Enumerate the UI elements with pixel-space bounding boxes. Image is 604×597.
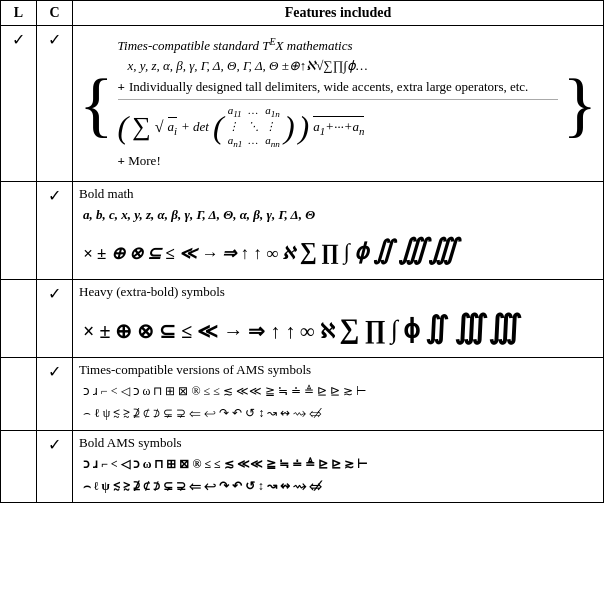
feature-cell-row5: Bold AMS symbols ɔ ɹ ⌐ < ◁ ͻ ω ⊓ ⊞ ⊠ ® ≤…	[73, 430, 604, 503]
table-row: ✓ Bold math a, b, c, x, y, z, α, β, γ, Γ…	[1, 182, 604, 280]
table-header: L C Features included	[1, 1, 604, 26]
delimiter-desc: Individually designed tall delimiters, w…	[129, 79, 528, 95]
big-math-row: ( ∑ √ ai + det ( a11	[118, 104, 559, 149]
left-brace: {	[79, 32, 114, 175]
check-c-row4: ✓	[37, 357, 73, 430]
m-dots2: …	[248, 134, 259, 149]
brace-content: Times-compatible standard TEX mathematic…	[114, 32, 563, 175]
m-vdots1: ⋮	[228, 120, 243, 133]
bold-math-line2: × ± ⊕ ⊗ ⊆ ≤ ≪ → ⇒ ↑ ↑ ∞ ℵ ∑ ∏ ∫ ϕ ∬ ∭∭	[83, 228, 597, 273]
tex-math-line1: Times-compatible standard TEX mathematic…	[118, 36, 559, 54]
check-l-row5	[1, 430, 37, 503]
header-l: L	[1, 1, 37, 26]
table-row: ✓ Heavy (extra-bold) symbols × ± ⊕ ⊗ ⊆ ≤…	[1, 279, 604, 357]
matrix-grid: a11 … a1n ⋮ ⋱ ⋮ an1 … ann	[228, 104, 280, 149]
heavy-math-line: × ± ⊕ ⊗ ⊆ ≤ ≪ → ⇒ ↑ ↑ ∞ ℵ ∑ ∏ ∫ ϕ ∬ ∭∭	[83, 303, 597, 351]
m-dots1: …	[248, 104, 259, 119]
check-l-row3	[1, 279, 37, 357]
table-row: ✓ Times-compatible versions of AMS symbo…	[1, 357, 604, 430]
big-math-expr: ( ∑ √ ai + det ( a11	[118, 104, 365, 149]
plus-sign: +	[118, 79, 125, 95]
feature-cell-row3: Heavy (extra-bold) symbols × ± ⊕ ⊗ ⊆ ≤ ≪…	[73, 279, 604, 357]
table-row: ✓ ✓ { Times-compatible standard TEX math…	[1, 26, 604, 182]
plus-delimiter-line: + Individually designed tall delimiters,…	[118, 79, 559, 95]
check-c-row3: ✓	[37, 279, 73, 357]
feature-title-row3: Heavy (extra-bold) symbols	[79, 284, 597, 300]
m11: a11	[228, 104, 243, 119]
sqrt-content: ai	[168, 117, 178, 137]
bold-ams-line1: ɔ ɹ ⌐ < ◁ ͻ ω ⊓ ⊞ ⊠ ® ≤ ≤ ≲ ≪≪ ≧ ≒ ≐ ≜ ⊵…	[83, 454, 597, 474]
check-l-row4	[1, 357, 37, 430]
m-ddots: ⋱	[248, 120, 259, 133]
table-row: ✓ Bold AMS symbols ɔ ɹ ⌐ < ◁ ͻ ω ⊓ ⊞ ⊠ ®…	[1, 430, 604, 503]
check-c-row5: ✓	[37, 430, 73, 503]
left-paren: (	[118, 111, 129, 143]
more-label: + More!	[118, 153, 559, 169]
math-symbols-line: x, y, z, α, β, γ, Γ, Δ, Θ, Γ, Δ, Θ ±⊕↑ℵ√…	[128, 56, 559, 76]
check-l-row1: ✓	[1, 26, 37, 182]
right-brace: }	[562, 32, 597, 175]
overbrace-expr: a1+···+an	[313, 116, 364, 137]
feature-cell-row2: Bold math a, b, c, x, y, z, α, β, γ, Γ, …	[73, 182, 604, 280]
sqrt-symbol: √	[155, 118, 164, 136]
matrix-left-paren: (	[213, 111, 224, 143]
plus-det: + det	[181, 119, 209, 135]
ams-line2: ⌢ ℓ ψ ≲ ≳ ⊉ ⊄ ⊅ ⊊ ⊋ ⇐ ↩ ↷ ↶ ↺ ↕ ↝ ↭ ⇝ ⇎	[83, 403, 597, 423]
feature-title-row5: Bold AMS symbols	[79, 435, 597, 451]
header-features: Features included	[73, 1, 604, 26]
check-c-row1: ✓	[37, 26, 73, 182]
header-c: C	[37, 1, 73, 26]
feature-title-row4: Times-compatible versions of AMS symbols	[79, 362, 597, 378]
ams-line1: ɔ ɹ ⌐ < ◁ ͻ ω ⊓ ⊞ ⊠ ® ≤ ≤ ≲ ≪≪ ≧ ≒ ≐ ≜ ⊵…	[83, 381, 597, 401]
right-paren: )	[299, 111, 310, 143]
bold-math-line1: a, b, c, x, y, z, α, β, γ, Γ, Δ, Θ, α, β…	[83, 205, 597, 226]
m-vdots2: ⋮	[265, 120, 280, 133]
mn1: an1	[228, 134, 243, 149]
matrix-right-paren: )	[284, 111, 295, 143]
check-c-row2: ✓	[37, 182, 73, 280]
brace-block-row1: { Times-compatible standard TEX mathemat…	[79, 32, 597, 175]
bold-ams-line2: ⌢ ℓ ψ ≲ ≳ ⊉ ⊄ ⊅ ⊊ ⊋ ⇐ ↩ ↷ ↶ ↺ ↕ ↝ ↭ ⇝ ⇎	[83, 476, 597, 496]
more-plus: +	[118, 153, 125, 168]
mnn: ann	[265, 134, 280, 149]
feature-title-row2: Bold math	[79, 186, 597, 202]
feature-cell-row4: Times-compatible versions of AMS symbols…	[73, 357, 604, 430]
sum-symbol: ∑	[132, 112, 151, 142]
m1n: a1n	[265, 104, 280, 119]
check-l-row2	[1, 182, 37, 280]
feature-cell-row1: { Times-compatible standard TEX mathemat…	[73, 26, 604, 182]
